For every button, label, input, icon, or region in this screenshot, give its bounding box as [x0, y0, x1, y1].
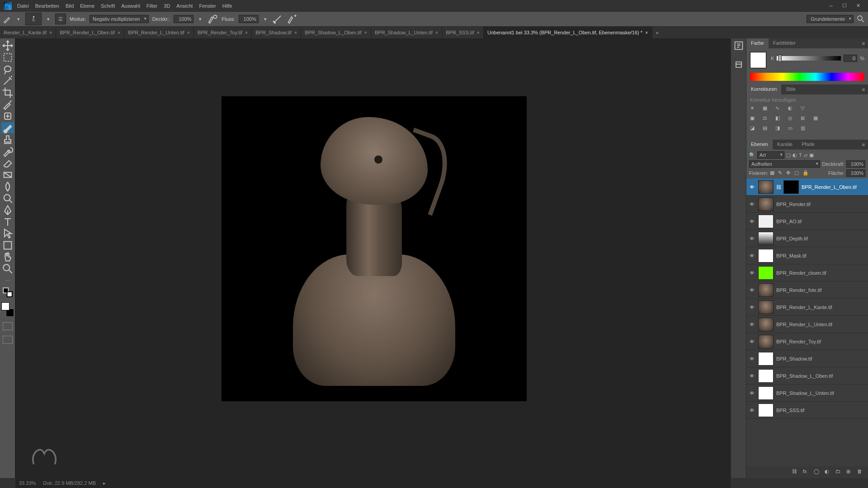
- colorlookup-icon[interactable]: ▦: [813, 115, 821, 123]
- curves-icon[interactable]: ∿: [775, 105, 783, 113]
- layer-name[interactable]: BPR_Render_clown.tif: [776, 270, 866, 276]
- layer-fx-icon[interactable]: fx: [803, 469, 810, 476]
- menu-3d[interactable]: 3D: [164, 3, 170, 9]
- properties-panel-icon[interactable]: [733, 59, 744, 70]
- history-brush-tool[interactable]: [1, 146, 14, 157]
- vibrance-icon[interactable]: ▽: [801, 105, 809, 113]
- healing-tool[interactable]: [1, 111, 14, 122]
- menu-datei[interactable]: Datei: [17, 3, 29, 9]
- brightness-icon[interactable]: ☀: [750, 105, 758, 113]
- layer-row-8[interactable]: 👁BPR_Render_L_Unten.tif: [746, 316, 868, 333]
- layer-thumb[interactable]: [758, 197, 774, 211]
- layers-panel-menu[interactable]: ≡: [859, 140, 868, 150]
- tabs-overflow[interactable]: »: [652, 27, 662, 38]
- selectivecolor-icon[interactable]: ▥: [801, 125, 809, 133]
- doc-tab-8[interactable]: Unbenannt1 bei 33.3% (BPR_Render_L_Oben.…: [484, 27, 652, 38]
- layer-thumb[interactable]: [758, 232, 774, 245]
- opacity-input[interactable]: 100%: [174, 15, 193, 23]
- doc-tab-6[interactable]: BPR_Shadow_L_Unten.tif×: [371, 27, 442, 38]
- doc-tab-1[interactable]: BPR_Render_L_Oben.tif×: [56, 27, 124, 38]
- levels-icon[interactable]: ▦: [763, 105, 771, 113]
- tab-kanaele[interactable]: Kanäle: [773, 140, 797, 150]
- layer-visibility-icon[interactable]: 👁: [748, 184, 755, 190]
- colorbalance-icon[interactable]: ⚖: [763, 115, 771, 123]
- doc-tab-0[interactable]: Render_L_Kante.tif×: [0, 27, 56, 38]
- doc-tab-4[interactable]: BPR_Shadow.tif×: [252, 27, 301, 38]
- screen-mode-icon[interactable]: [3, 336, 13, 344]
- blend-mode-select[interactable]: Negativ multiplizieren: [90, 15, 149, 23]
- layer-thumb[interactable]: [758, 335, 774, 348]
- current-tool-icon[interactable]: [3, 14, 12, 23]
- lock-transparency-icon[interactable]: ▦: [770, 170, 776, 176]
- layer-visibility-icon[interactable]: 👁: [748, 356, 755, 361]
- document-view[interactable]: [222, 96, 527, 401]
- k-slider[interactable]: [777, 56, 841, 61]
- menu-bearbeiten[interactable]: Bearbeiten: [35, 3, 59, 9]
- window-minimize[interactable]: ─: [825, 1, 837, 10]
- layer-visibility-icon[interactable]: 👁: [748, 219, 755, 224]
- color-panel-menu[interactable]: ≡: [859, 38, 868, 48]
- color-spectrum[interactable]: [750, 73, 864, 81]
- menu-ebene[interactable]: Ebene: [80, 3, 94, 9]
- layer-thumb[interactable]: [758, 386, 774, 400]
- window-maximize[interactable]: ☐: [838, 1, 851, 10]
- layer-row-6[interactable]: 👁BPR_Render_fole.tif: [746, 282, 868, 299]
- tab-farbfelder[interactable]: Farbfelder: [769, 38, 800, 48]
- path-select-tool[interactable]: [1, 228, 14, 239]
- hand-tool[interactable]: [1, 252, 14, 263]
- flow-dropdown[interactable]: ▾: [262, 16, 269, 22]
- lasso-tool[interactable]: [1, 64, 14, 75]
- eyedropper-tool[interactable]: [1, 99, 14, 110]
- pressure-opacity-icon[interactable]: [207, 14, 218, 24]
- filter-pixel-icon[interactable]: ▢: [786, 152, 791, 158]
- fg-bg-swatches[interactable]: [1, 302, 14, 317]
- layer-name[interactable]: BPR_Shadow_L_Oben.tif: [776, 373, 866, 379]
- doc-tab-2[interactable]: BPR_Render_L_Unten.tif×: [124, 27, 194, 38]
- layer-visibility-icon[interactable]: 👁: [748, 202, 755, 207]
- menu-fenster[interactable]: Fenster: [199, 3, 216, 9]
- canvas[interactable]: [15, 38, 731, 478]
- doc-tab-close[interactable]: ×: [364, 30, 367, 35]
- move-tool[interactable]: [1, 40, 14, 51]
- search-icon[interactable]: [856, 14, 865, 23]
- layer-visibility-icon[interactable]: 👁: [748, 236, 755, 241]
- layer-visibility-icon[interactable]: 👁: [748, 339, 755, 344]
- default-colors-icon[interactable]: [1, 287, 14, 298]
- layer-row-7[interactable]: 👁BPR_Render_L_Kante.tif: [746, 299, 868, 316]
- fill-input[interactable]: 100%: [846, 169, 865, 177]
- shape-tool[interactable]: [1, 240, 14, 251]
- layer-name[interactable]: BPR_Render_L_Kante.tif: [776, 305, 866, 310]
- layer-row-12[interactable]: 👁BPR_Shadow_L_Unten.tif: [746, 385, 868, 402]
- menu-bild[interactable]: Bild: [66, 3, 74, 9]
- status-more[interactable]: ▸: [103, 480, 106, 486]
- workspace-select[interactable]: Grundelemente: [807, 15, 854, 23]
- doc-tab-7[interactable]: BPR_SSS.tif×: [442, 27, 484, 38]
- filter-adjust-icon[interactable]: ◐: [793, 152, 797, 158]
- gradient-tool[interactable]: [1, 169, 14, 180]
- pressure-size-icon[interactable]: [287, 14, 297, 24]
- type-tool[interactable]: [1, 216, 14, 227]
- tab-stile[interactable]: Stile: [781, 84, 800, 94]
- zoom-status[interactable]: 33.33%: [19, 480, 36, 486]
- flow-input[interactable]: 100%: [239, 15, 259, 23]
- layer-visibility-icon[interactable]: 👁: [748, 305, 755, 310]
- layer-thumb[interactable]: [758, 318, 774, 331]
- doc-tab-close[interactable]: ×: [645, 30, 648, 35]
- menu-ansicht[interactable]: Ansicht: [176, 3, 193, 9]
- dodge-tool[interactable]: [1, 193, 14, 204]
- blur-tool[interactable]: [1, 181, 14, 192]
- threshold-icon[interactable]: ◨: [775, 125, 783, 133]
- history-panel-icon[interactable]: [733, 40, 744, 51]
- layer-group-icon[interactable]: 🗀: [835, 469, 843, 476]
- filter-type-icon[interactable]: T: [799, 152, 802, 158]
- adjustments-panel-menu[interactable]: ≡: [859, 84, 868, 94]
- brush-preset-dropdown[interactable]: ▾: [45, 16, 52, 22]
- doc-tab-3[interactable]: BPR_Render_Toy.tif×: [194, 27, 252, 38]
- layer-visibility-icon[interactable]: 👁: [748, 373, 755, 379]
- layer-name[interactable]: BPR_Render_L_Unten.tif: [776, 322, 866, 327]
- crop-tool[interactable]: [1, 87, 14, 98]
- menu-filter[interactable]: Filter: [146, 3, 157, 9]
- doc-tab-close[interactable]: ×: [187, 30, 190, 35]
- layer-thumb[interactable]: [758, 215, 774, 228]
- layer-name[interactable]: BPR_Render_L_Oben.tif: [802, 184, 866, 190]
